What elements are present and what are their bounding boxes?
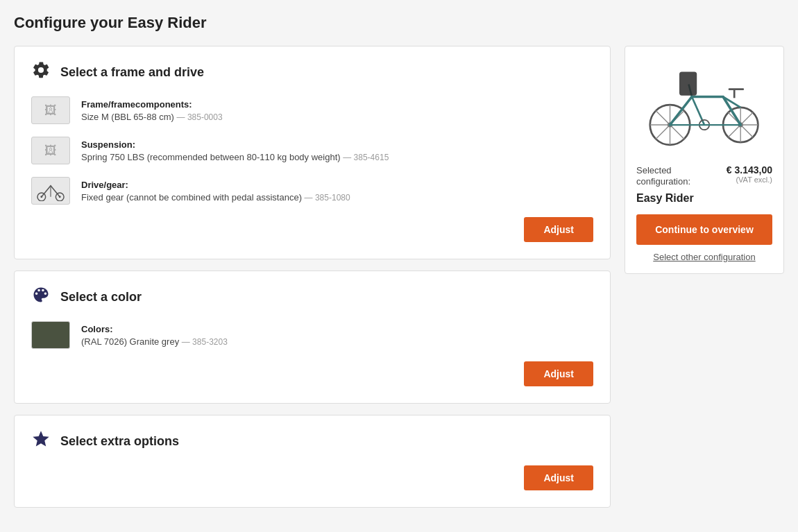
price-value: € 3.143,00 xyxy=(727,164,772,175)
frame-section-header: Select a frame and drive xyxy=(31,60,593,84)
suspension-thumb-icon: 🖼 xyxy=(44,144,57,158)
frame-thumb-icon: 🖼 xyxy=(44,103,57,118)
summary-card: Selected configuration: € 3.143,00 (VAT … xyxy=(625,46,784,274)
left-column: Select a frame and drive 🖼 Frame/frameco… xyxy=(14,46,611,508)
frame-option-row: 🖼 Frame/framecomponents: Size M (BBL 65-… xyxy=(31,96,593,124)
color-option-value: (RAL 7026) Granite grey — 385-3203 xyxy=(81,336,593,347)
suspension-option-row: 🖼 Suspension: Spring 750 LBS (recommende… xyxy=(31,137,593,164)
continue-overview-button[interactable]: Continue to overview xyxy=(636,214,772,245)
gear-icon xyxy=(31,60,51,84)
price-block: € 3.143,00 (VAT excl.) xyxy=(727,164,772,184)
extra-section-footer: Adjust xyxy=(31,465,593,490)
color-section-footer: Adjust xyxy=(31,361,593,386)
frame-thumb: 🖼 xyxy=(31,96,70,124)
color-option-info: Colors: (RAL 7026) Granite grey — 385-32… xyxy=(81,324,593,347)
frame-section-footer: Adjust xyxy=(31,217,593,242)
page-title: Configure your Easy Rider xyxy=(14,14,784,32)
color-swatch xyxy=(31,321,70,349)
frame-section: Select a frame and drive 🖼 Frame/frameco… xyxy=(14,46,611,259)
frame-option-info: Frame/framecomponents: Size M (BBL 65-88… xyxy=(81,99,593,122)
main-layout: Select a frame and drive 🖼 Frame/frameco… xyxy=(14,46,784,508)
svg-rect-17 xyxy=(679,72,697,96)
suspension-option-code: — 385-4615 xyxy=(343,153,389,162)
color-section-title: Select a color xyxy=(60,290,142,304)
star-icon xyxy=(31,429,51,453)
palette-icon xyxy=(31,285,51,309)
frame-section-title: Select a frame and drive xyxy=(60,65,204,80)
product-name: Easy Rider xyxy=(636,192,772,205)
selected-config-label: Selected configuration: xyxy=(636,164,690,187)
drive-option-value: Fixed gear (cannot be combined with peda… xyxy=(81,192,593,203)
drive-thumb xyxy=(31,177,70,205)
frame-option-label: Frame/framecomponents: xyxy=(81,99,593,110)
page-container: Configure your Easy Rider Select a frame… xyxy=(0,0,798,522)
drive-option-row: Drive/gear: Fixed gear (cannot be combin… xyxy=(31,177,593,205)
color-adjust-button[interactable]: Adjust xyxy=(524,361,593,386)
bike-image-container xyxy=(636,58,772,155)
frame-adjust-button[interactable]: Adjust xyxy=(524,217,593,242)
drive-option-code: — 385-1080 xyxy=(305,193,350,203)
color-option-label: Colors: xyxy=(81,324,593,334)
drive-option-info: Drive/gear: Fixed gear (cannot be combin… xyxy=(81,180,593,203)
frame-option-code: — 385-0003 xyxy=(177,112,223,122)
color-section-header: Select a color xyxy=(31,285,593,309)
suspension-thumb: 🖼 xyxy=(31,137,70,164)
bike-illustration xyxy=(642,65,767,148)
color-section: Select a color Colors: (RAL 7026) Granit… xyxy=(14,271,611,404)
color-option-code: — 385-3203 xyxy=(182,337,228,347)
suspension-option-value: Spring 750 LBS (recommended between 80-1… xyxy=(81,152,593,162)
color-option-row: Colors: (RAL 7026) Granite grey — 385-32… xyxy=(31,321,593,349)
suspension-option-label: Suspension: xyxy=(81,139,593,150)
vat-note: (VAT excl.) xyxy=(727,175,772,184)
suspension-option-info: Suspension: Spring 750 LBS (recommended … xyxy=(81,139,593,162)
select-other-config-button[interactable]: Select other configuration xyxy=(636,252,772,262)
extra-section-title: Select extra options xyxy=(60,434,179,449)
drive-thumb-svg xyxy=(35,180,66,201)
frame-option-value: Size M (BBL 65-88 cm) — 385-0003 xyxy=(81,112,593,122)
extra-section: Select extra options Adjust xyxy=(14,415,611,508)
drive-option-label: Drive/gear: xyxy=(81,180,593,190)
extra-section-header: Select extra options xyxy=(31,429,593,453)
price-row: Selected configuration: € 3.143,00 (VAT … xyxy=(636,164,772,187)
extra-adjust-button[interactable]: Adjust xyxy=(524,465,593,490)
right-column: Selected configuration: € 3.143,00 (VAT … xyxy=(625,46,784,274)
